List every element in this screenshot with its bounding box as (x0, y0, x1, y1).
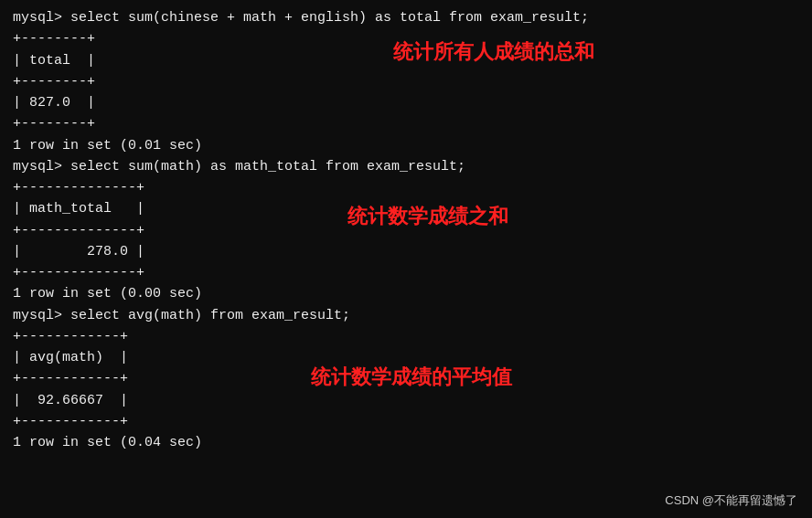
terminal-line: 1 row in set (0.04 sec) (13, 432, 799, 453)
terminal-line: | 278.0 | (13, 241, 799, 262)
annotation-math-avg: 统计数学成绩的平均值 (311, 364, 512, 391)
terminal-line: 1 row in set (0.00 sec) (13, 283, 799, 304)
terminal-line: +--------------+ (13, 262, 799, 283)
terminal-line: +--------+ (13, 113, 799, 134)
terminal-line: mysql> select sum(chinese + math + engli… (13, 7, 799, 28)
terminal-line: +--------+ (13, 71, 799, 92)
terminal-output: mysql> select sum(chinese + math + engli… (0, 0, 812, 460)
annotation-math-sum: 统计数学成绩之和 (347, 203, 508, 230)
terminal-line: mysql> select sum(math) as math_total fr… (13, 156, 799, 177)
terminal-line: 1 row in set (0.01 sec) (13, 135, 799, 156)
terminal-line: | 92.66667 | (13, 390, 799, 411)
watermark: CSDN @不能再留遗憾了 (665, 492, 797, 509)
terminal-line: +------------+ (13, 326, 799, 347)
terminal-line: +------------+ (13, 411, 799, 432)
terminal-line: | 827.0 | (13, 92, 799, 113)
terminal-line: mysql> select avg(math) from exam_result… (13, 305, 799, 326)
terminal-line: +--------------+ (13, 177, 799, 198)
annotation-total-sum: 统计所有人成绩的总和 (393, 38, 594, 66)
